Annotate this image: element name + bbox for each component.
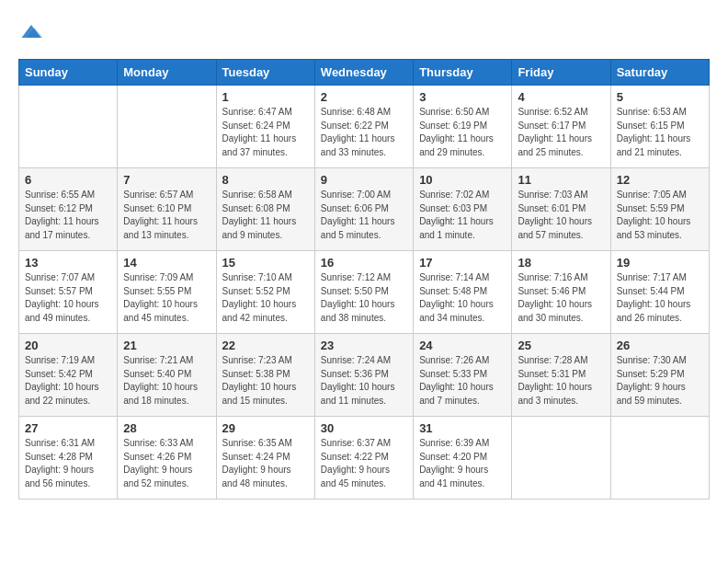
day-number: 29: [222, 421, 309, 435]
calendar-week-row: 27Sunrise: 6:31 AM Sunset: 4:28 PM Dayli…: [19, 417, 710, 500]
calendar-cell: 6Sunrise: 6:55 AM Sunset: 6:12 PM Daylig…: [19, 168, 118, 251]
header-day: Monday: [118, 60, 216, 86]
day-number: 26: [617, 339, 703, 352]
day-info: Sunrise: 7:02 AM Sunset: 6:03 PM Dayligh…: [419, 189, 506, 242]
day-number: 15: [222, 256, 309, 270]
day-info: Sunrise: 6:52 AM Sunset: 6:17 PM Dayligh…: [518, 106, 604, 159]
day-info: Sunrise: 7:10 AM Sunset: 5:52 PM Dayligh…: [222, 271, 309, 325]
day-number: 8: [222, 173, 309, 187]
calendar-cell: 10Sunrise: 7:02 AM Sunset: 6:03 PM Dayli…: [414, 168, 512, 251]
calendar-cell: [512, 417, 610, 500]
day-number: 10: [419, 173, 506, 187]
day-info: Sunrise: 6:50 AM Sunset: 6:19 PM Dayligh…: [419, 106, 506, 159]
calendar-cell: 15Sunrise: 7:10 AM Sunset: 5:52 PM Dayli…: [216, 251, 314, 334]
calendar-cell: 26Sunrise: 7:30 AM Sunset: 5:29 PM Dayli…: [610, 334, 709, 417]
day-number: 16: [321, 256, 407, 270]
calendar-cell: 31Sunrise: 6:39 AM Sunset: 4:20 PM Dayli…: [414, 417, 512, 500]
day-info: Sunrise: 7:19 AM Sunset: 5:42 PM Dayligh…: [25, 354, 111, 408]
day-info: Sunrise: 7:05 AM Sunset: 5:59 PM Dayligh…: [617, 189, 703, 242]
calendar-cell: [118, 86, 216, 168]
calendar-cell: 2Sunrise: 6:48 AM Sunset: 6:22 PM Daylig…: [314, 86, 413, 168]
calendar-week-row: 20Sunrise: 7:19 AM Sunset: 5:42 PM Dayli…: [19, 334, 710, 417]
calendar-cell: 17Sunrise: 7:14 AM Sunset: 5:48 PM Dayli…: [414, 251, 512, 334]
calendar-cell: 12Sunrise: 7:05 AM Sunset: 5:59 PM Dayli…: [610, 168, 709, 251]
day-number: 14: [123, 256, 210, 270]
day-number: 21: [123, 339, 210, 352]
day-info: Sunrise: 7:26 AM Sunset: 5:33 PM Dayligh…: [419, 354, 506, 408]
calendar-table: SundayMondayTuesdayWednesdayThursdayFrid…: [18, 59, 710, 500]
calendar-cell: [610, 417, 709, 500]
day-number: 31: [419, 421, 506, 435]
logo: [18, 18, 48, 44]
calendar-cell: 21Sunrise: 7:21 AM Sunset: 5:40 PM Dayli…: [118, 334, 216, 417]
day-info: Sunrise: 6:33 AM Sunset: 4:26 PM Dayligh…: [123, 437, 210, 490]
header-day: Thursday: [414, 60, 512, 86]
day-info: Sunrise: 7:09 AM Sunset: 5:55 PM Dayligh…: [123, 271, 210, 325]
calendar-cell: 23Sunrise: 7:24 AM Sunset: 5:36 PM Dayli…: [314, 334, 413, 417]
calendar-cell: 1Sunrise: 6:47 AM Sunset: 6:24 PM Daylig…: [216, 86, 314, 168]
calendar-cell: 29Sunrise: 6:35 AM Sunset: 4:24 PM Dayli…: [216, 417, 314, 500]
day-number: 25: [518, 339, 604, 352]
day-info: Sunrise: 7:30 AM Sunset: 5:29 PM Dayligh…: [617, 354, 703, 408]
calendar-cell: 30Sunrise: 6:37 AM Sunset: 4:22 PM Dayli…: [314, 417, 413, 500]
header-day: Sunday: [19, 60, 118, 86]
calendar-header: SundayMondayTuesdayWednesdayThursdayFrid…: [19, 60, 710, 86]
calendar-cell: 13Sunrise: 7:07 AM Sunset: 5:57 PM Dayli…: [19, 251, 118, 334]
day-number: 17: [419, 256, 506, 270]
day-info: Sunrise: 7:00 AM Sunset: 6:06 PM Dayligh…: [321, 189, 407, 242]
calendar-cell: 28Sunrise: 6:33 AM Sunset: 4:26 PM Dayli…: [118, 417, 216, 500]
day-number: 7: [123, 173, 210, 187]
day-number: 4: [518, 90, 604, 104]
day-info: Sunrise: 6:48 AM Sunset: 6:22 PM Dayligh…: [321, 106, 407, 159]
calendar-cell: 9Sunrise: 7:00 AM Sunset: 6:06 PM Daylig…: [314, 168, 413, 251]
logo-icon: [18, 18, 44, 44]
calendar-cell: 18Sunrise: 7:16 AM Sunset: 5:46 PM Dayli…: [512, 251, 610, 334]
header-row: SundayMondayTuesdayWednesdayThursdayFrid…: [19, 60, 710, 86]
day-number: 20: [25, 339, 111, 352]
calendar-week-row: 13Sunrise: 7:07 AM Sunset: 5:57 PM Dayli…: [19, 251, 710, 334]
day-info: Sunrise: 6:55 AM Sunset: 6:12 PM Dayligh…: [25, 189, 111, 242]
day-number: 3: [419, 90, 506, 104]
day-info: Sunrise: 6:31 AM Sunset: 4:28 PM Dayligh…: [25, 437, 111, 490]
day-info: Sunrise: 7:03 AM Sunset: 6:01 PM Dayligh…: [518, 189, 604, 242]
day-number: 6: [25, 173, 111, 187]
calendar-cell: 3Sunrise: 6:50 AM Sunset: 6:19 PM Daylig…: [414, 86, 512, 168]
day-info: Sunrise: 6:37 AM Sunset: 4:22 PM Dayligh…: [321, 437, 407, 490]
day-info: Sunrise: 7:07 AM Sunset: 5:57 PM Dayligh…: [25, 271, 111, 325]
header-day: Tuesday: [216, 60, 314, 86]
day-number: 2: [321, 90, 407, 104]
calendar-cell: 20Sunrise: 7:19 AM Sunset: 5:42 PM Dayli…: [19, 334, 118, 417]
header-day: Wednesday: [314, 60, 413, 86]
day-info: Sunrise: 7:17 AM Sunset: 5:44 PM Dayligh…: [617, 271, 703, 325]
calendar-cell: 4Sunrise: 6:52 AM Sunset: 6:17 PM Daylig…: [512, 86, 610, 168]
calendar-cell: 25Sunrise: 7:28 AM Sunset: 5:31 PM Dayli…: [512, 334, 610, 417]
calendar-cell: 5Sunrise: 6:53 AM Sunset: 6:15 PM Daylig…: [610, 86, 709, 168]
calendar-week-row: 6Sunrise: 6:55 AM Sunset: 6:12 PM Daylig…: [19, 168, 710, 251]
calendar-body: 1Sunrise: 6:47 AM Sunset: 6:24 PM Daylig…: [19, 86, 710, 500]
day-info: Sunrise: 7:14 AM Sunset: 5:48 PM Dayligh…: [419, 271, 506, 325]
header-day: Friday: [512, 60, 610, 86]
day-number: 12: [617, 173, 703, 187]
calendar-cell: 16Sunrise: 7:12 AM Sunset: 5:50 PM Dayli…: [314, 251, 413, 334]
day-number: 28: [123, 421, 210, 435]
day-info: Sunrise: 7:21 AM Sunset: 5:40 PM Dayligh…: [123, 354, 210, 408]
header-day: Saturday: [610, 60, 709, 86]
day-number: 27: [25, 421, 111, 435]
day-number: 9: [321, 173, 407, 187]
day-number: 1: [222, 90, 309, 104]
calendar-week-row: 1Sunrise: 6:47 AM Sunset: 6:24 PM Daylig…: [19, 86, 710, 168]
day-number: 19: [617, 256, 703, 270]
calendar-cell: [19, 86, 118, 168]
day-info: Sunrise: 7:24 AM Sunset: 5:36 PM Dayligh…: [321, 354, 407, 408]
calendar-cell: 8Sunrise: 6:58 AM Sunset: 6:08 PM Daylig…: [216, 168, 314, 251]
day-info: Sunrise: 7:28 AM Sunset: 5:31 PM Dayligh…: [518, 354, 604, 408]
calendar-cell: 24Sunrise: 7:26 AM Sunset: 5:33 PM Dayli…: [414, 334, 512, 417]
day-number: 18: [518, 256, 604, 270]
day-number: 23: [321, 339, 407, 352]
day-info: Sunrise: 7:16 AM Sunset: 5:46 PM Dayligh…: [518, 271, 604, 325]
calendar-cell: 19Sunrise: 7:17 AM Sunset: 5:44 PM Dayli…: [610, 251, 709, 334]
calendar-cell: 22Sunrise: 7:23 AM Sunset: 5:38 PM Dayli…: [216, 334, 314, 417]
day-number: 24: [419, 339, 506, 352]
day-number: 11: [518, 173, 604, 187]
day-info: Sunrise: 6:35 AM Sunset: 4:24 PM Dayligh…: [222, 437, 309, 490]
